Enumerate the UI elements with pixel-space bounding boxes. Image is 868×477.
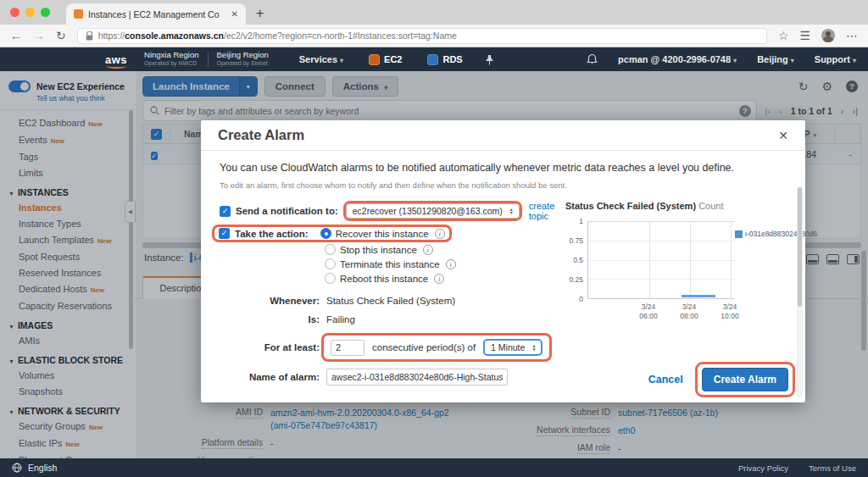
chart-title: Status Check Failed (System) Count — [565, 201, 788, 211]
submit-highlight: Create Alarm — [695, 362, 795, 397]
select-arrows-icon: ▲▼ — [531, 344, 536, 352]
create-alarm-modal: Create Alarm ✕ You can use CloudWatch al… — [201, 120, 805, 402]
forward-icon[interactable]: → — [33, 29, 45, 42]
y-tick-label: 0.75 — [569, 236, 583, 245]
language-selector[interactable]: English — [28, 463, 57, 473]
support-menu[interactable]: Support▾ — [815, 54, 856, 64]
create-alarm-button[interactable]: Create Alarm — [702, 368, 788, 391]
whenever-label: Whenever: — [220, 296, 320, 306]
chart-data-line — [682, 295, 715, 297]
browser-tab[interactable]: Instances | EC2 Management Co ✕ — [66, 3, 246, 25]
y-tick-label: 0.25 — [569, 275, 583, 284]
is-label: Is: — [220, 314, 320, 324]
app-body: New EC2 Experience Tell us what you thin… — [0, 71, 868, 458]
chart-x-axis: 3/2406:003/2408:003/2410:00 — [587, 299, 735, 321]
y-tick-label: 1 — [579, 217, 583, 225]
action-highlight: ✓ Take the action: Recover this instance… — [212, 225, 452, 242]
whenever-value: Status Check Failed (System) — [326, 296, 455, 306]
alarm-form: ✓ Send a notification to: ec2recover (13… — [220, 201, 562, 394]
screen: Instances | EC2 Management Co ✕ + ← → ↻ … — [0, 0, 868, 477]
chart-y-axis: 10.750.50.250 — [565, 221, 587, 299]
action-checkbox[interactable]: ✓ — [219, 228, 230, 239]
modal-footer: Cancel Create Alarm — [648, 362, 795, 397]
radio-icon[interactable] — [325, 273, 336, 284]
action-option-label: Stop this instance — [340, 245, 417, 255]
aws-navbar: aws Ningxia Region Operated by NWCD Beij… — [0, 47, 868, 71]
globe-icon — [12, 463, 22, 473]
tab-close-icon[interactable]: ✕ — [231, 9, 238, 19]
new-tab-button[interactable]: + — [256, 6, 264, 21]
modal-header: Create Alarm ✕ — [201, 120, 805, 151]
rds-icon — [427, 54, 438, 65]
reload-icon[interactable]: ↻ — [56, 29, 66, 42]
x-tick-label: 3/2408:00 — [680, 302, 698, 321]
bookmark-star-icon[interactable]: ☆ — [778, 29, 789, 42]
region-menu[interactable]: Beijing▾ — [757, 54, 794, 64]
aws-logo[interactable]: aws — [105, 53, 127, 66]
radio-icon[interactable] — [325, 244, 336, 255]
is-value: Failing — [326, 314, 355, 324]
modal-scrollbar[interactable] — [797, 186, 803, 397]
action-option-slot: Recover this instancei — [320, 228, 445, 239]
notify-checkbox[interactable]: ✓ — [220, 206, 231, 217]
info-icon[interactable]: i — [435, 229, 445, 239]
radio-icon[interactable] — [320, 228, 331, 239]
region-secondary: Beijing Region Operated by Sinnet — [209, 51, 277, 68]
legend-swatch — [735, 230, 743, 238]
browser-menu-icon[interactable]: ⋯ — [846, 29, 858, 42]
radio-icon[interactable] — [325, 258, 336, 269]
alarm-name-input[interactable] — [326, 369, 508, 385]
aws-favicon-icon — [74, 9, 83, 19]
action-option-terminate-this-instance[interactable]: Terminate this instancei — [325, 258, 456, 269]
info-icon[interactable]: i — [446, 259, 456, 269]
notify-highlight: ec2recover (13501290820@163.com) ▲▼ — [343, 201, 522, 221]
pin-icon[interactable] — [485, 54, 494, 65]
action-option-label: Reboot this instance — [340, 274, 428, 284]
legend-label: i-031e8d883024e80d6 — [745, 230, 817, 238]
profile-avatar[interactable] — [821, 29, 835, 42]
info-icon[interactable]: i — [423, 245, 433, 255]
modal-close-icon[interactable]: ✕ — [778, 129, 788, 142]
address-bar[interactable]: https://console.amazonaws.cn/ec2/v2/home… — [77, 28, 767, 44]
shortcut-ec2[interactable]: EC2 — [369, 54, 402, 65]
period-count-input[interactable] — [331, 340, 364, 356]
notify-label: Send a notification to: — [236, 206, 338, 216]
cancel-button[interactable]: Cancel — [648, 374, 683, 385]
x-tick-label: 3/2410:00 — [721, 302, 738, 321]
action-option-stop-this-instance[interactable]: Stop this instancei — [325, 244, 433, 255]
action-options: Stop this instanceiTerminate this instan… — [220, 244, 562, 284]
action-option-reboot-this-instance[interactable]: Reboot this instancei — [325, 273, 444, 284]
ec2-icon — [369, 54, 380, 65]
services-menu[interactable]: Services▾ — [299, 54, 343, 64]
modal-title: Create Alarm — [218, 127, 304, 143]
modal-intro-sub: To edit an alarm, first choose whom to n… — [220, 180, 788, 190]
browser-url-bar: ← → ↻ https://console.amazonaws.cn/ec2/v… — [0, 25, 868, 47]
chevron-down-icon: ▾ — [853, 57, 856, 64]
y-tick-label: 0.5 — [573, 256, 583, 264]
bookmarks-list-icon[interactable]: ☰ — [799, 29, 810, 42]
url-text: https://console.amazonaws.cn/ec2/v2/home… — [98, 31, 457, 41]
account-menu[interactable]: pcman @ 4200-2996-0748▾ — [618, 54, 737, 64]
terms-of-use-link[interactable]: Terms of Use — [809, 463, 856, 473]
notifications-bell-icon[interactable] — [587, 53, 598, 65]
shortcut-rds[interactable]: RDS — [427, 54, 462, 65]
period-unit-select[interactable]: 1 Minute ▲▼ — [483, 339, 542, 356]
privacy-policy-link[interactable]: Privacy Policy — [738, 463, 788, 473]
zoom-window-button[interactable] — [41, 8, 50, 17]
lock-icon — [86, 31, 93, 41]
action-label: Take the action: — [235, 229, 309, 239]
back-icon[interactable]: ← — [10, 29, 22, 42]
select-arrows-icon: ▲▼ — [509, 208, 514, 215]
info-icon[interactable]: i — [434, 274, 444, 284]
action-option-label: Terminate this instance — [340, 259, 440, 269]
action-option-recover-this-instance[interactable]: Recover this instancei — [320, 228, 445, 239]
period-highlight: consecutive period(s) of 1 Minute ▲▼ — [321, 333, 552, 362]
window-controls[interactable] — [10, 8, 50, 17]
minimize-window-button[interactable] — [25, 8, 35, 17]
notify-topic-select[interactable]: ec2recover (13501290820@163.com) ▲▼ — [346, 203, 520, 219]
close-window-button[interactable] — [10, 8, 19, 17]
chart-plot-area — [587, 221, 735, 299]
create-topic-link[interactable]: create topic — [529, 201, 562, 221]
region-primary: Ningxia Region Operated by NWCD — [136, 51, 207, 68]
chart-legend: i-031e8d883024e80d6 — [735, 230, 817, 238]
